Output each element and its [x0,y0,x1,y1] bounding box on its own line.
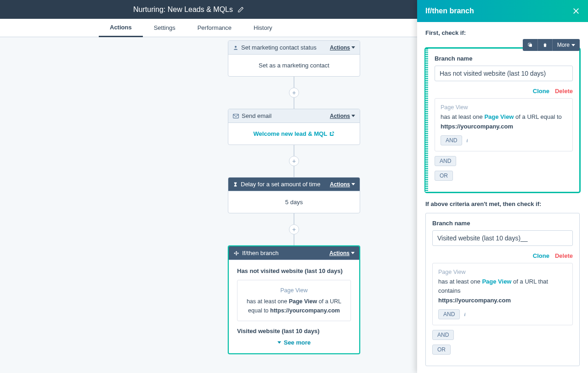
filter-box-1[interactable]: Page View has at least one Page View of … [435,98,573,151]
panel-title: If/then branch [425,7,474,15]
between-criteria-label: If above criteria aren't met, then check… [425,200,580,207]
add-action-button[interactable]: + [289,88,299,98]
chevron-down-icon [351,46,355,49]
svg-rect-2 [529,44,532,47]
branch-name-input-1[interactable] [435,66,573,81]
connector [294,98,294,109]
chevron-down-icon [571,44,575,46]
connector [294,166,294,177]
delete-button[interactable] [538,39,553,51]
email-link[interactable]: Welcome new lead & MQL [254,130,335,137]
delete-filter-link[interactable]: Delete [555,88,573,95]
card-body: Set as a marketing contact [228,55,360,76]
page-view-caption: Page View [441,104,567,111]
action-card-delay[interactable]: Delay for a set amount of time Actions 5… [228,177,360,213]
and-button[interactable]: AND [435,156,456,166]
clone-delete-row: Clone Delete [432,252,573,259]
card-actions-menu[interactable]: Actions [329,250,355,256]
chevron-down-icon [351,252,355,254]
card-title: Delay for a set amount of time [241,181,327,188]
tab-history[interactable]: History [243,19,283,37]
branch1-title: Has not visited website (last 10 days) [237,267,351,274]
action-card-set-marketing-status[interactable]: Set marketing contact status Actions Set… [228,40,360,77]
contact-icon [233,45,238,50]
clone-filter-link[interactable]: Clone [533,252,549,259]
connector [294,145,294,156]
branch-toolbar: More [523,39,580,51]
and-button[interactable]: AND [432,330,454,340]
info-icon[interactable]: i [464,137,470,144]
external-link-icon [329,131,334,137]
page-view-caption: Page View [242,286,346,295]
card-actions-menu[interactable]: Actions [330,45,355,51]
hourglass-icon [233,182,238,187]
side-panel: If/then branch First, check if: More [417,0,588,373]
edit-title-icon[interactable] [237,6,244,13]
add-action-button[interactable]: + [289,156,299,166]
see-more-link[interactable]: See more [237,339,351,346]
connector [294,213,294,224]
delete-filter-link[interactable]: Delete [555,252,573,259]
filter-box-2[interactable]: Page View has at least one Page View of … [432,263,573,325]
workflow-title: Nurturing: New Leads & MQLs [133,6,233,14]
chevron-down-icon [277,341,281,344]
inner-and-button[interactable]: AND [441,135,462,145]
tab-settings[interactable]: Settings [143,19,187,37]
tab-actions[interactable]: Actions [99,19,143,37]
card-actions-menu[interactable]: Actions [330,181,355,188]
card-actions-menu[interactable]: Actions [330,113,355,119]
first-check-label: First, check if: [425,29,580,36]
branch-block-2: Branch name Clone Delete Page View has a… [425,213,580,366]
clone-button[interactable] [523,39,538,51]
filter-description: has at least one Page View of a URL equa… [441,112,567,132]
branch-criteria: Page View has at least one Page View of … [237,280,351,321]
or-button[interactable]: OR [435,171,453,181]
card-header: Delay for a set amount of time Actions [228,178,360,191]
info-icon[interactable]: i [462,311,468,317]
card-body: 5 days [228,191,360,213]
action-card-if-then-branch[interactable]: If/then branch Actions Has not visited w… [228,245,360,354]
svg-rect-1 [233,114,239,118]
svg-point-0 [235,46,237,48]
branch-block-1: Branch name Clone Delete Page View has a… [425,48,580,192]
chevron-down-icon [351,115,355,117]
chevron-down-icon [351,183,355,185]
card-body: Welcome new lead & MQL [228,123,360,145]
panel-body: First, check if: More Branch name Clone [417,22,588,373]
clone-delete-row: Clone Delete [435,88,573,95]
panel-header: If/then branch [417,0,588,22]
or-button[interactable]: OR [432,345,451,355]
clone-filter-link[interactable]: Clone [533,88,549,95]
workflow-flow: Set marketing contact status Actions Set… [228,40,360,354]
branch2-title: Visited website (last 10 days) [237,328,351,334]
branch-name-input-2[interactable] [432,230,573,246]
inner-and-button[interactable]: AND [438,309,460,319]
branch-name-label: Branch name [432,220,573,227]
connector [294,234,294,245]
page-view-caption: Page View [438,269,567,275]
card-title: Set marketing contact status [241,44,327,51]
connector [294,77,294,88]
card-header: If/then branch Actions [229,246,359,260]
criteria-text: has at least one Page View of a URL equa… [242,297,346,315]
card-header: Set marketing contact status Actions [228,41,360,55]
branch-toolbar-row: More [425,39,580,51]
close-panel-button[interactable] [572,7,580,15]
card-body: Has not visited website (last 10 days) P… [229,260,359,353]
branch-name-label: Branch name [435,55,573,62]
tab-performance[interactable]: Performance [187,19,243,37]
card-title: Send email [242,112,327,119]
filter-description: has at least one Page View of a URL that… [438,277,567,306]
card-title: If/then branch [242,250,327,256]
email-icon [233,114,239,118]
add-action-button[interactable]: + [289,224,299,234]
action-card-send-email[interactable]: Send email Actions Welcome new lead & MQ… [228,109,360,145]
branch-icon [233,251,239,256]
card-header: Send email Actions [228,109,360,123]
more-menu-button[interactable]: More [553,39,580,51]
